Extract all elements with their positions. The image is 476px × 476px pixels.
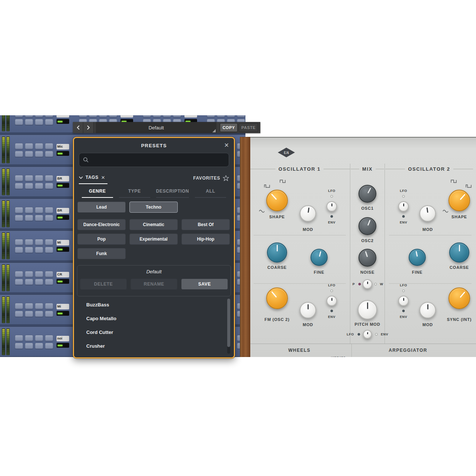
next-preset-button[interactable] — [83, 122, 94, 133]
rename-button[interactable]: RENAME — [131, 279, 177, 290]
clip-pad[interactable] — [163, 115, 171, 117]
clip-pad[interactable] — [45, 151, 53, 157]
tag-lead[interactable]: Lead — [77, 202, 126, 213]
clip-pad[interactable] — [25, 183, 33, 189]
prev-preset-button[interactable] — [73, 122, 83, 133]
clip-pad[interactable] — [35, 271, 43, 277]
clip-pad[interactable] — [35, 183, 43, 189]
preset-list-item[interactable]: Crusher — [75, 339, 233, 353]
clip-pad[interactable] — [25, 215, 33, 221]
clip-pad[interactable] — [45, 215, 53, 221]
clip-pad[interactable] — [45, 119, 53, 125]
clip-pad[interactable] — [35, 303, 43, 309]
clip-pad[interactable] — [15, 279, 23, 285]
tags-toggle[interactable]: TAGS ✕ — [79, 175, 107, 184]
clip-pad[interactable] — [35, 335, 43, 341]
clip-pad[interactable] — [15, 175, 23, 181]
tag-techno[interactable]: Techno — [129, 202, 178, 213]
clip-pad[interactable] — [45, 343, 53, 349]
clip-pad[interactable] — [25, 151, 33, 157]
mod-knob-osc1-shape[interactable] — [300, 205, 316, 222]
clip-pad[interactable] — [15, 247, 23, 253]
pitch-mod-source-knob[interactable] — [363, 330, 372, 339]
fm-knob-osc1[interactable] — [266, 287, 288, 309]
osc2-level-knob[interactable] — [358, 217, 376, 235]
mod-knob-osc2-shape[interactable] — [419, 205, 436, 222]
clip-pad[interactable] — [15, 183, 23, 189]
clip-pad[interactable] — [25, 239, 33, 245]
coarse-knob-osc1[interactable] — [267, 242, 287, 263]
scrollbar[interactable] — [227, 299, 230, 354]
clip-pad[interactable] — [45, 183, 53, 189]
clip-pad[interactable] — [15, 119, 23, 125]
clip-pad[interactable] — [35, 143, 43, 149]
clip-pad[interactable] — [35, 311, 43, 317]
clip-pad[interactable] — [45, 271, 53, 277]
tag-cinematic[interactable]: Cinematic — [129, 219, 178, 230]
clip-pad[interactable] — [25, 311, 33, 317]
tag-funk[interactable]: Funk — [77, 248, 126, 259]
clip-pad[interactable] — [45, 335, 53, 341]
paste-button[interactable]: PASTE — [239, 123, 258, 132]
noise-level-knob[interactable] — [358, 249, 376, 267]
clip-pad[interactable] — [25, 207, 33, 213]
clip-pad[interactable] — [25, 335, 33, 341]
clip-pad[interactable] — [25, 343, 33, 349]
shape-knob-osc2[interactable] — [448, 190, 470, 211]
clip-pad[interactable] — [45, 279, 53, 285]
clip-pad[interactable] — [45, 247, 53, 253]
clip-pad[interactable] — [35, 215, 43, 221]
preset-list-item[interactable]: Capo Metallo — [75, 312, 233, 325]
clip-pad[interactable] — [25, 303, 33, 309]
clip-pad[interactable] — [227, 115, 235, 117]
coarse-knob-osc2[interactable] — [449, 242, 469, 263]
clip-pad[interactable] — [15, 115, 23, 117]
clip-pad[interactable] — [25, 271, 33, 277]
clip-pad[interactable] — [15, 343, 23, 349]
tab-type[interactable]: TYPE — [119, 189, 150, 198]
clip-pad[interactable] — [35, 343, 43, 349]
clip-pad[interactable] — [45, 207, 53, 213]
lfo-env-knob-osc2-sync[interactable] — [398, 296, 409, 306]
lfo-env-knob-osc2-shape[interactable] — [398, 201, 409, 212]
clip-pad[interactable] — [35, 151, 43, 157]
clip-pad[interactable] — [15, 215, 23, 221]
preset-list-item[interactable]: Cord Cutter — [75, 325, 233, 339]
clip-pad[interactable] — [35, 115, 43, 117]
clip-pad[interactable] — [25, 143, 33, 149]
shape-knob-osc1[interactable] — [266, 190, 288, 211]
mod-knob-osc2-sync[interactable] — [419, 302, 436, 318]
fine-knob-osc2[interactable] — [409, 249, 426, 266]
clip-pad[interactable] — [143, 115, 151, 117]
tag-dance-electronic[interactable]: Dance-Electronic — [77, 219, 126, 230]
preset-list-item[interactable]: BuzzBass — [75, 298, 233, 312]
clip-pad[interactable] — [25, 119, 33, 125]
preset-selector[interactable]: Default — [96, 122, 216, 133]
scrollbar-thumb[interactable] — [227, 299, 230, 347]
tab-all[interactable]: ALL — [195, 189, 226, 198]
lfo-env-knob-osc1-fm[interactable] — [327, 296, 337, 306]
fine-knob-osc1[interactable] — [311, 249, 328, 266]
tag-experimental[interactable]: Experimental — [129, 234, 178, 245]
mod-knob-osc1-fm[interactable] — [300, 302, 316, 318]
clip-pad[interactable] — [25, 115, 33, 117]
tag-best-of[interactable]: Best Of — [181, 219, 230, 230]
clip-pad[interactable] — [217, 115, 225, 117]
clip-pad[interactable] — [109, 115, 117, 117]
tag-hip-hop[interactable]: Hip-Hop — [181, 234, 230, 245]
clip-pad[interactable] — [35, 279, 43, 285]
clip-pad[interactable] — [45, 311, 53, 317]
clip-pad[interactable] — [25, 247, 33, 253]
clip-pad[interactable] — [35, 175, 43, 181]
clip-pad[interactable] — [45, 175, 53, 181]
clip-pad[interactable] — [207, 115, 215, 117]
copy-button[interactable]: COPY — [220, 123, 238, 132]
clip-pad[interactable] — [45, 239, 53, 245]
favorites-toggle[interactable]: FAVORITES — [193, 175, 229, 183]
clip-pad[interactable] — [15, 335, 23, 341]
clip-pad[interactable] — [173, 115, 181, 117]
osc1-level-knob[interactable] — [358, 185, 376, 203]
sync-knob-osc2[interactable] — [448, 287, 470, 309]
search-box[interactable] — [79, 153, 229, 167]
pitch-mod-knob[interactable] — [358, 300, 377, 319]
